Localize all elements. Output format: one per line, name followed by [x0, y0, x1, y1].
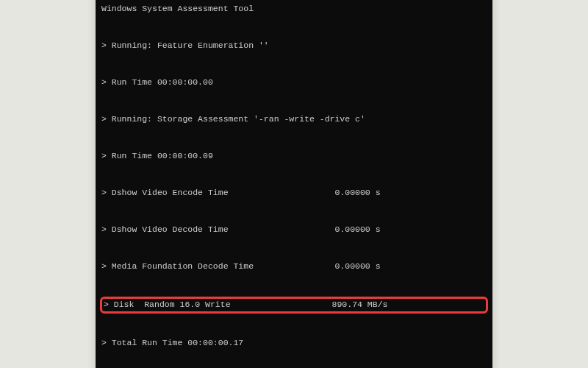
terminal-output[interactable]: C:\Windows\system32>winsat disk -ran -wr… [96, 0, 492, 368]
result-label: > Media Foundation Decode Time [101, 261, 334, 273]
output-line: > Running: Storage Assessment '-ran -wri… [101, 113, 487, 126]
result-line: > Media Foundation Decode Time 0.00000 s [101, 261, 487, 273]
output-line: > Total Run Time 00:00:00.17 [101, 337, 487, 350]
result-line: > Dshow Video Decode Time 0.00000 s [101, 224, 487, 236]
command-prompt-window: C:\ Administrator: Command Prompt C:\Win… [96, 0, 492, 368]
output-line: > Running: Feature Enumeration '' [101, 40, 487, 52]
highlighted-result: > Disk Random 16.0 Write 890.74 MB/s [100, 297, 488, 314]
result-label: > Dshow Video Decode Time [101, 224, 334, 236]
result-label: > Disk Random 16.0 Write [104, 299, 332, 311]
result-value: 0.00000 s [334, 187, 380, 199]
result-line: > Disk Random 16.0 Write 890.74 MB/s [104, 299, 484, 311]
result-label: > Dshow Video Encode Time [101, 187, 334, 199]
output-line: > Run Time 00:00:00.00 [101, 77, 487, 89]
output-line: Windows System Assessment Tool [101, 3, 487, 15]
result-value: 0.00000 s [334, 224, 380, 236]
result-value: 890.74 MB/s [332, 299, 388, 311]
output-line: > Run Time 00:00:00.09 [101, 150, 487, 163]
result-value: 0.00000 s [334, 261, 380, 273]
result-line: > Dshow Video Encode Time 0.00000 s [101, 187, 487, 199]
